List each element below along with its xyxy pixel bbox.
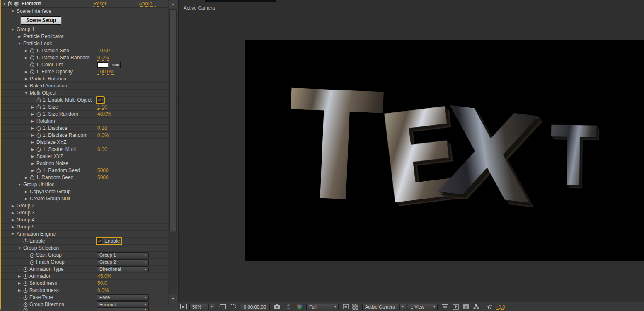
stopwatch-icon[interactable]: [29, 62, 35, 68]
expander-icon[interactable]: ▼: [10, 10, 15, 13]
effect-property-row[interactable]: ▶ Group 3: [0, 209, 178, 216]
effect-property-row[interactable]: ▼ Scene Interface: [0, 8, 178, 15]
effect-property-row[interactable]: ▼ Group Utilities: [0, 181, 178, 188]
grid-guide-options-icon[interactable]: [218, 303, 227, 311]
expander-icon[interactable]: ▼: [17, 183, 22, 187]
stopwatch-icon[interactable]: [29, 55, 35, 61]
effect-property-row[interactable]: ▶ Animation 45.0%: [0, 273, 178, 280]
timeline-icon[interactable]: [462, 303, 470, 311]
effect-property-row[interactable]: ▶ 1. Displace 0.28: [0, 125, 178, 132]
expander-icon[interactable]: ▶: [30, 148, 35, 151]
property-value[interactable]: 0.0%: [97, 132, 109, 138]
exposure-value[interactable]: +0.0: [496, 304, 505, 309]
show-snapshot-icon[interactable]: [285, 303, 292, 311]
effect-property-row[interactable]: · 1. Color Tint: [0, 61, 178, 68]
expander-icon[interactable]: ▶: [24, 56, 29, 60]
reset-exposure-icon[interactable]: [486, 303, 494, 311]
expander-icon[interactable]: ▼: [10, 232, 15, 236]
effect-property-row[interactable]: ▶ Particle Replicator: [0, 33, 178, 40]
always-preview-icon[interactable]: [179, 303, 188, 311]
effect-property-row[interactable]: ▶ Group 2: [0, 202, 178, 209]
stopwatch-icon[interactable]: [29, 69, 35, 75]
expander-icon[interactable]: ▶: [17, 35, 22, 39]
expander-icon[interactable]: ▼: [24, 91, 29, 95]
current-time-display[interactable]: 0:00:00:00: [240, 304, 270, 310]
pixel-aspect-correction-icon[interactable]: [441, 303, 449, 311]
magnification-dropdown[interactable]: 50% ▼: [189, 304, 215, 310]
stopwatch-icon[interactable]: [29, 253, 35, 258]
effect-property-row[interactable]: · Finish Group Group 2▼: [0, 259, 178, 266]
effect-property-row[interactable]: ▶ Copy/Paste Group: [0, 188, 178, 195]
expander-icon[interactable]: ▶: [10, 211, 15, 215]
effect-property-row[interactable]: ▶ Smoothness 50.0: [0, 280, 178, 287]
effect-property-row[interactable]: ▶ Group 4: [0, 216, 178, 224]
expander-icon[interactable]: ▶: [30, 119, 35, 123]
effect-header-row[interactable]: ▼ fx Element Reset About...: [0, 0, 178, 8]
expander-icon[interactable]: ▶: [24, 84, 29, 88]
target-region-icon[interactable]: [342, 303, 349, 311]
effect-property-row[interactable]: Scene Setup: [0, 15, 178, 26]
effect-property-row[interactable]: · Start Group Group 1▼: [0, 252, 178, 259]
effect-property-row[interactable]: ▶ 1. Scatter Multi 0.00: [0, 146, 178, 153]
property-value[interactable]: 48.0%: [97, 111, 111, 117]
effect-property-row[interactable]: ▶ 1. Particle Size Random 0.0%: [0, 54, 178, 61]
expander-icon[interactable]: ▼: [10, 28, 15, 32]
property-value[interactable]: 10.00: [97, 48, 110, 53]
flowchart-icon[interactable]: [472, 303, 480, 311]
view-layout-dropdown[interactable]: 1 View ▼: [408, 304, 438, 310]
property-dropdown[interactable]: Group 2▼: [97, 259, 149, 265]
effect-property-row[interactable]: ▶ 1. Displace Random 0.0%: [0, 132, 178, 139]
property-value[interactable]: 5000: [97, 168, 109, 173]
expander-icon[interactable]: ▼: [17, 246, 22, 250]
expander-icon[interactable]: ▶: [24, 190, 29, 194]
expander-icon[interactable]: ▶: [10, 204, 15, 208]
channel-settings-icon[interactable]: [295, 303, 303, 311]
effect-property-row[interactable]: ▶ 1. Particle Size 10.00: [0, 47, 178, 54]
property-dropdown[interactable]: Group 1▼: [97, 252, 149, 258]
stopwatch-icon[interactable]: [36, 168, 41, 173]
stopwatch-icon[interactable]: [36, 126, 41, 131]
expander-icon[interactable]: ▶: [30, 162, 35, 165]
expander-icon[interactable]: ▶: [30, 105, 35, 109]
stopwatch-icon[interactable]: [29, 175, 35, 180]
stopwatch-icon[interactable]: [23, 267, 28, 272]
property-value[interactable]: 0.00: [97, 146, 107, 152]
stopwatch-icon[interactable]: [23, 295, 28, 300]
stopwatch-icon[interactable]: [23, 238, 28, 244]
effects-scrollbar[interactable]: ▲ ▼: [168, 0, 177, 304]
expander-icon[interactable]: ▶: [30, 141, 35, 144]
effect-property-row[interactable]: · ▼: [0, 308, 178, 311]
expander-icon[interactable]: ▶: [24, 176, 29, 180]
effect-property-row[interactable]: ▼ Group Selection: [0, 245, 178, 252]
property-dropdown[interactable]: Ease▼: [97, 294, 149, 301]
property-value[interactable]: 1.00: [97, 104, 107, 110]
effect-collapse-icon[interactable]: ▼: [2, 2, 7, 6]
color-swatch[interactable]: [97, 62, 108, 68]
effect-property-row[interactable]: ▶ Position Noise: [0, 160, 178, 167]
transparency-grid-icon[interactable]: [351, 303, 358, 311]
effect-property-row[interactable]: ▶ Randomness 0.0%: [0, 287, 178, 294]
property-value[interactable]: 0.28: [97, 125, 107, 131]
stopwatch-icon[interactable]: [36, 97, 41, 103]
effect-property-row[interactable]: ▶ Scatter XYZ: [0, 153, 178, 160]
property-value[interactable]: 100.0%: [97, 69, 114, 75]
scroll-up-button[interactable]: ▲: [169, 1, 177, 8]
expander-icon[interactable]: ▶: [17, 275, 22, 278]
effect-property-row[interactable]: ▶ Group 5: [0, 224, 178, 231]
panel-divider[interactable]: [178, 0, 179, 311]
expander-icon[interactable]: ▶: [30, 169, 35, 173]
effect-property-row[interactable]: · Animation Type Directional▼: [0, 266, 178, 273]
effect-property-row[interactable]: ▶ Particle Rotation: [0, 75, 178, 83]
expander-icon[interactable]: ▶: [30, 112, 35, 116]
stopwatch-icon[interactable]: [23, 308, 28, 311]
stopwatch-icon[interactable]: [23, 281, 28, 286]
scroll-down-button[interactable]: ▼: [169, 295, 177, 303]
property-dropdown[interactable]: Directional▼: [97, 266, 149, 272]
effect-property-row[interactable]: ▼ Animation Engine: [0, 231, 178, 238]
effect-property-row[interactable]: ▶ Rotation: [0, 118, 178, 125]
expander-icon[interactable]: ▶: [10, 218, 15, 222]
expander-icon[interactable]: ▶: [24, 49, 29, 53]
property-value[interactable]: 0.0%: [97, 287, 109, 293]
region-of-interest-icon[interactable]: [228, 303, 237, 311]
expander-icon[interactable]: ▶: [24, 197, 29, 201]
